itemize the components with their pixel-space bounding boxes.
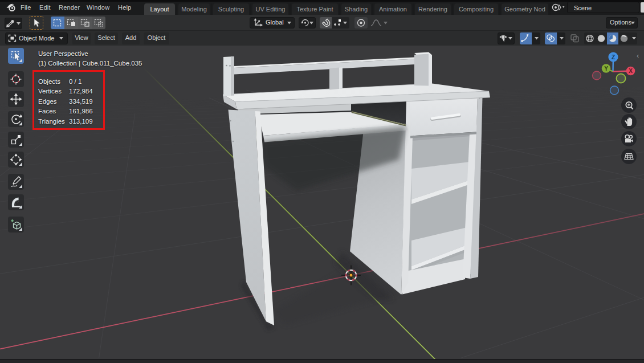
svg-text:Z: Z (612, 54, 615, 60)
svg-text:X: X (629, 68, 633, 74)
svg-text:Y: Y (604, 66, 608, 72)
